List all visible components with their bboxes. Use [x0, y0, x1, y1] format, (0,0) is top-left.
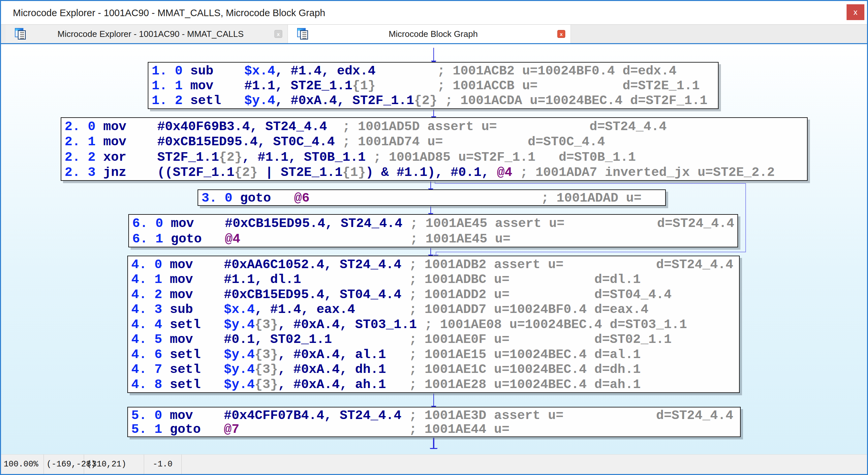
microcode-block-4[interactable]: 4. 0 mov #0xAA6C1052.4, ST24_4.4 ; 1001A…	[127, 256, 740, 393]
microcode-block-1[interactable]: 1. 0 sub $x.4, #1.4, edx.4 ; 1001ACB2 u=…	[148, 62, 719, 109]
code-line: 1. 0 sub $x.4, #1.4, edx.4 ; 1001ACB2 u=…	[152, 64, 718, 79]
window-title: Microcode Explorer - 1001AC90 - MMAT_CAL…	[13, 7, 325, 18]
code-line: 4. 7 setl $y.4{3}, #0xA.4, dh.1 ; 1001AE…	[131, 362, 739, 377]
code-line: 4. 8 setl $y.4{3}, #0xA.4, ah.1 ; 1001AE…	[131, 377, 739, 392]
code-line: 4. 1 mov #1.1, dl.1 ; 1001ADBC u= d=dl.1	[131, 272, 739, 287]
tab-label: Microcode Block Graph	[309, 29, 557, 39]
microcode-block-2[interactable]: 2. 0 mov #0x40F69B3.4, ST24_4.4 ; 1001AD…	[61, 117, 808, 181]
microcode-block-5[interactable]: 5. 0 mov #0x4CFF07B4.4, ST24_4.4 ; 1001A…	[127, 407, 741, 437]
code-line: 4. 2 mov #0xCB15ED95.4, ST04_4.4 ; 1001A…	[131, 287, 739, 302]
graph-canvas[interactable]: 1. 0 sub $x.4, #1.4, edx.4 ; 1001ACB2 u=…	[1, 44, 867, 454]
document-icon	[15, 28, 27, 40]
code-line: 4. 3 sub $x.4, #1.4, eax.4 ; 1001ADD7 u=…	[131, 302, 739, 317]
tab-close-icon[interactable]: x	[557, 30, 565, 38]
microcode-block-6[interactable]: 6. 0 mov #0xCB15ED95.4, ST24_4.4 ; 1001A…	[128, 214, 738, 247]
status-cursor-coords: (310,21)	[84, 454, 144, 474]
tab-strip: Microcode Explorer - 1001AC90 - MMAT_CAL…	[1, 25, 867, 44]
code-line: 1. 1 mov #1.1, ST2E_1.1{1} ; 1001ACCB u=…	[152, 79, 718, 94]
code-line: 2. 1 mov #0xCB15ED95.4, ST0C_4.4 ; 1001A…	[65, 134, 807, 149]
code-line: 2. 2 xor ST2F_1.1{2}, #1.1, ST0B_1.1 ; 1…	[65, 150, 807, 165]
code-line: 1. 2 setl $y.4, #0xA.4, ST2F_1.1{2} ; 10…	[152, 94, 718, 108]
code-line: 4. 0 mov #0xAA6C1052.4, ST24_4.4 ; 1001A…	[131, 258, 739, 272]
code-line: 2. 0 mov #0x40F69B3.4, ST24_4.4 ; 1001AD…	[65, 119, 807, 134]
tab-label: Microcode Explorer - 1001AC90 - MMAT_CAL…	[27, 29, 274, 39]
code-line: 4. 4 setl $y.4{3}, #0xA.4, ST03_1.1 ; 10…	[131, 317, 739, 332]
app-window: Microcode Explorer - 1001AC90 - MMAT_CAL…	[0, 0, 868, 475]
code-line: 4. 6 setl $y.4{3}, #0xA.4, al.1 ; 1001AE…	[131, 347, 739, 362]
document-icon	[297, 28, 309, 40]
window-close-button[interactable]: x	[846, 4, 864, 20]
status-bar: 100.00% (-169,-28) (310,21) -1.0	[1, 454, 867, 474]
code-line: 2. 3 jnz ((ST2F_1.1{2} | ST2E_1.1{1}) & …	[65, 165, 807, 180]
code-line: 5. 0 mov #0x4CFF07B4.4, ST24_4.4 ; 1001A…	[131, 409, 740, 422]
status-origin-coords: (-169,-28)	[44, 454, 84, 474]
status-zoom: 100.00%	[1, 454, 44, 474]
code-line: 3. 0 goto @6 ; 1001ADAD u=	[202, 192, 665, 205]
arrowhead-icon	[430, 448, 438, 449]
code-line: 5. 1 goto @7 ; 1001AE44 u=	[131, 422, 740, 437]
tab-microcode-block-graph[interactable]: Microcode Block Graph x	[288, 25, 571, 43]
status-node-id: -1.0	[144, 454, 182, 474]
code-line: 6. 1 goto @4 ; 1001AE45 u=	[132, 232, 737, 247]
code-line: 4. 5 mov #0.1, ST02_1.1 ; 1001AE0F u= d=…	[131, 332, 739, 347]
tab-microcode-explorer[interactable]: Microcode Explorer - 1001AC90 - MMAT_CAL…	[6, 25, 288, 43]
tab-close-icon[interactable]: x	[274, 30, 282, 38]
title-bar: Microcode Explorer - 1001AC90 - MMAT_CAL…	[1, 1, 867, 25]
microcode-block-3[interactable]: 3. 0 goto @6 ; 1001ADAD u=	[197, 190, 666, 206]
code-line: 6. 0 mov #0xCB15ED95.4, ST24_4.4 ; 1001A…	[132, 216, 737, 232]
